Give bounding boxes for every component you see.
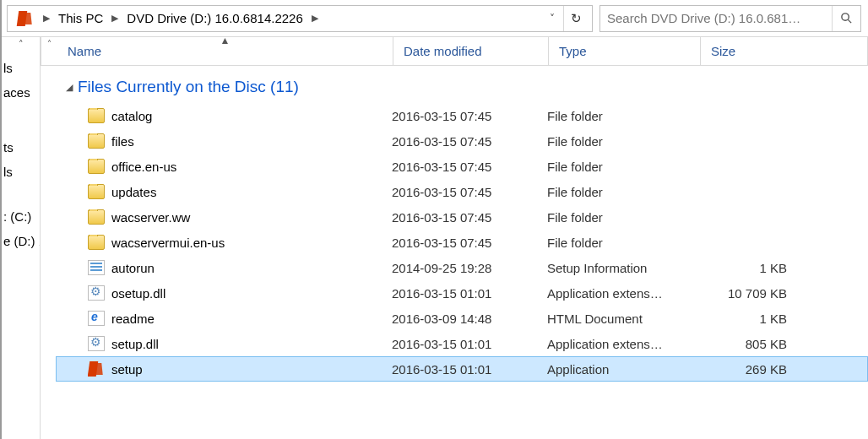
file-name: files — [111, 134, 134, 149]
file-name: setup — [111, 362, 143, 377]
sidebar-item[interactable]: e (D:) 16 — [2, 229, 40, 253]
file-name: autorun — [111, 261, 155, 275]
group-header[interactable]: ◢ Files Currently on the Disc (11) — [41, 66, 868, 103]
sidebar-item[interactable]: ls — [2, 56, 40, 80]
file-date: 2016-03-15 07:45 — [392, 185, 547, 199]
file-row[interactable]: wacservermui.en-us2016-03-15 07:45File f… — [56, 230, 868, 255]
search-input[interactable] — [600, 11, 832, 25]
file-date: 2016-03-15 07:45 — [392, 109, 547, 123]
column-label: Name — [68, 44, 101, 58]
file-date: 2016-03-15 07:45 — [392, 134, 547, 149]
file-date: 2016-03-15 01:01 — [392, 362, 547, 377]
app-file-icon — [88, 361, 105, 377]
file-name: readme — [111, 312, 155, 326]
column-header-type[interactable]: Type — [549, 37, 701, 65]
file-name: wacserver.ww — [111, 210, 190, 225]
folder-icon — [88, 184, 105, 199]
file-type: File folder — [547, 134, 699, 149]
nav-pane[interactable]: ˄ lsacestsls: (C:)e (D:) 16 — [2, 37, 41, 439]
file-date: 2016-03-09 14:48 — [392, 312, 547, 326]
content-pane: ˄ Name ▲ Date modified Type Size ◢ Files… — [41, 37, 868, 439]
file-type: File folder — [547, 236, 699, 250]
svg-line-1 — [848, 19, 851, 23]
inf-file-icon — [88, 260, 105, 275]
search-icon[interactable] — [832, 6, 860, 31]
sort-asc-icon: ▲ — [220, 35, 231, 46]
column-headers: ˄ Name ▲ Date modified Type Size — [41, 37, 868, 66]
dll-file-icon — [88, 285, 105, 301]
file-row[interactable]: osetup.dll2016-03-15 01:01Application ex… — [56, 280, 868, 306]
html-file-icon — [88, 311, 105, 326]
file-type: File folder — [547, 109, 699, 123]
file-type: Application extens… — [547, 337, 699, 351]
sidebar-item[interactable] — [2, 184, 40, 194]
file-row[interactable]: readme2016-03-09 14:48HTML Document1 KB — [56, 306, 868, 331]
file-type: HTML Document — [547, 312, 699, 326]
file-row[interactable]: setup2016-03-15 01:01Application269 KB — [56, 356, 868, 382]
sidebar-item[interactable]: : (C:) — [2, 204, 40, 229]
breadcrumb-this-pc[interactable]: This PC — [53, 6, 108, 31]
file-row[interactable]: files2016-03-15 07:45File folder — [56, 128, 868, 154]
body: ˄ lsacestsls: (C:)e (D:) 16 ˄ Name ▲ Dat… — [2, 37, 868, 439]
sidebar-item[interactable] — [2, 105, 40, 115]
svg-point-0 — [842, 14, 849, 20]
collapse-icon[interactable]: ◢ — [66, 82, 73, 93]
file-type: File folder — [547, 210, 699, 225]
file-size: 269 KB — [699, 362, 800, 377]
file-name: osetup.dll — [111, 286, 165, 301]
search-box[interactable] — [599, 5, 861, 32]
file-size: 10 709 KB — [699, 286, 800, 301]
file-date: 2016-03-15 01:01 — [392, 286, 547, 301]
sidebar-item[interactable] — [2, 125, 40, 135]
sidebar-item[interactable]: ts — [2, 135, 40, 160]
folder-icon — [88, 209, 105, 225]
file-type: Setup Information — [547, 261, 699, 275]
column-header-size[interactable]: Size — [701, 37, 868, 65]
sidebar-item[interactable] — [2, 115, 40, 125]
file-row[interactable]: autorun2014-09-25 19:28Setup Information… — [56, 255, 868, 280]
column-header-date[interactable]: Date modified — [393, 37, 549, 65]
file-date: 2016-03-15 07:45 — [392, 236, 547, 250]
sidebar-item[interactable] — [2, 194, 40, 204]
file-name: wacservermui.en-us — [111, 236, 225, 250]
file-row[interactable]: office.en-us2016-03-15 07:45File folder — [56, 154, 868, 179]
file-row[interactable]: updates2016-03-15 07:45File folder — [56, 179, 868, 204]
refresh-button[interactable]: ↻ — [563, 6, 589, 31]
scroll-up-icon[interactable]: ˄ — [47, 39, 52, 48]
chevron-right-icon[interactable]: ▶ — [308, 13, 322, 24]
group-label: Files Currently on the Disc (11) — [78, 78, 299, 96]
office-icon — [16, 10, 33, 27]
file-date: 2016-03-15 07:45 — [392, 160, 547, 174]
sidebar-item[interactable]: aces — [2, 80, 40, 105]
file-type: Application extens… — [547, 286, 699, 301]
file-type: File folder — [547, 185, 699, 199]
chevron-right-icon[interactable]: ▶ — [108, 13, 122, 24]
file-type: File folder — [547, 160, 699, 174]
toolbar: ▶ This PC ▶ DVD Drive (D:) 16.0.6814.222… — [2, 0, 868, 37]
address-bar[interactable]: ▶ This PC ▶ DVD Drive (D:) 16.0.6814.222… — [7, 5, 593, 32]
file-name: updates — [111, 185, 156, 199]
scroll-up-icon[interactable]: ˄ — [2, 39, 40, 54]
location-icon — [11, 6, 40, 31]
file-list: catalog2016-03-15 07:45File folderfiles2… — [41, 103, 868, 382]
history-dropdown[interactable]: ˅ — [541, 13, 563, 24]
folder-icon — [88, 235, 105, 250]
column-header-name[interactable]: Name ▲ — [57, 37, 393, 65]
file-date: 2014-09-25 19:28 — [392, 261, 547, 275]
file-size: 805 KB — [699, 337, 800, 351]
sidebar-item[interactable]: ls — [2, 160, 40, 184]
breadcrumb-drive[interactable]: DVD Drive (D:) 16.0.6814.2226 — [122, 6, 307, 31]
folder-icon — [88, 159, 105, 174]
chevron-right-icon[interactable]: ▶ — [40, 13, 53, 24]
file-size: 1 KB — [699, 312, 800, 326]
explorer-window: ▶ This PC ▶ DVD Drive (D:) 16.0.6814.222… — [0, 0, 868, 439]
file-row[interactable]: catalog2016-03-15 07:45File folder — [56, 103, 868, 128]
file-name: catalog — [111, 109, 152, 123]
file-name: setup.dll — [111, 337, 159, 351]
dll-file-icon — [88, 336, 105, 351]
folder-icon — [88, 108, 105, 123]
scrollbar-gutter[interactable]: ˄ — [41, 37, 57, 65]
file-row[interactable]: setup.dll2016-03-15 01:01Application ext… — [56, 331, 868, 356]
file-row[interactable]: wacserver.ww2016-03-15 07:45File folder — [56, 204, 868, 230]
folder-icon — [88, 133, 105, 149]
